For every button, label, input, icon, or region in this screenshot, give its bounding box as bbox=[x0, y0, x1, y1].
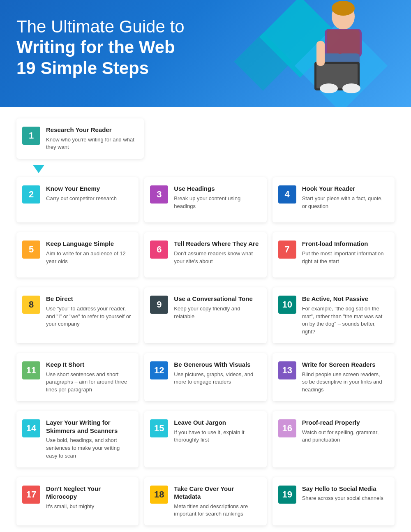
step-desc-7: Put the most important information right… bbox=[302, 250, 387, 266]
step-content-11: Keep It Short Use short sentences and sh… bbox=[46, 361, 131, 394]
steps-row-11-13: 11 Keep It Short Use short sentences and… bbox=[0, 351, 411, 403]
step-card-1: 1 Research Your Reader Know who you're w… bbox=[16, 118, 144, 159]
step-desc-6: Don't assume readers know what your site… bbox=[174, 250, 259, 266]
step-content-15: Leave Out Jargon If you have to use it, … bbox=[174, 419, 259, 444]
svg-point-9 bbox=[320, 83, 338, 93]
step-card-7: 7 Front-load Information Put the most im… bbox=[272, 232, 395, 278]
step-card-18: 18 Take Care Over Your Metadata Meta tit… bbox=[144, 477, 266, 526]
step-title-16: Proof-read Properly bbox=[302, 419, 387, 427]
steps-flex-row-2: 5 Keep Language Simple Aim to write for … bbox=[16, 232, 395, 278]
step-title-14: Layer Your Writing for Skimmers and Scan… bbox=[46, 419, 131, 435]
step-desc-16: Watch out for spelling, grammar, and pun… bbox=[302, 429, 387, 444]
header-title: The Ultimate Guide to Writing for the We… bbox=[16, 16, 222, 79]
steps-flex-row-1: 2 Know Your Enemy Carry out competitor r… bbox=[16, 177, 395, 222]
step1-section: 1 Research Your Reader Know who you're w… bbox=[0, 107, 411, 163]
step-card-3: 3 Use Headings Break up your content usi… bbox=[144, 177, 266, 222]
step-card-11: 11 Keep It Short Use short sentences and… bbox=[16, 353, 139, 401]
step-desc-4: Start your piece with a fact, quote, or … bbox=[302, 195, 387, 210]
header-title-line2: Writing for the Web bbox=[16, 37, 222, 58]
step-desc-1: Know who you're writing for and what the… bbox=[46, 136, 136, 152]
step-card-9: 9 Use a Conversational Tone Keep your co… bbox=[144, 287, 266, 343]
steps-row-5-7: 5 Keep Language Simple Aim to write for … bbox=[0, 230, 411, 280]
step-content-10: Be Active, Not Passive For example, "the… bbox=[302, 295, 387, 336]
step-content-16: Proof-read Properly Watch out for spelli… bbox=[302, 419, 387, 444]
step-badge-7: 7 bbox=[278, 241, 296, 259]
step-content-13: Write for Screen Readers Blind people us… bbox=[302, 361, 387, 394]
step-badge-11: 11 bbox=[22, 361, 40, 379]
spacer-2 bbox=[0, 280, 411, 285]
step-content-12: Be Generous With Visuals Use pictures, g… bbox=[174, 361, 259, 386]
step-content-14: Layer Your Writing for Skimmers and Scan… bbox=[46, 419, 131, 460]
step-desc-8: Use "you" to address your reader, and "I… bbox=[46, 305, 131, 328]
step-title-13: Write for Screen Readers bbox=[302, 361, 387, 369]
step-content-5: Keep Language Simple Aim to write for an… bbox=[46, 240, 131, 265]
step-desc-11: Use short sentences and short paragraphs… bbox=[46, 371, 131, 394]
step-desc-19: Share across your social channels bbox=[302, 495, 387, 502]
step-card-5: 5 Keep Language Simple Aim to write for … bbox=[16, 232, 139, 278]
step-desc-13: Blind people use screen readers, so be d… bbox=[302, 371, 387, 394]
step-title-18: Take Care Over Your Metadata bbox=[174, 485, 259, 501]
step-card-15: 15 Leave Out Jargon If you have to use i… bbox=[144, 411, 266, 467]
step-badge-17: 17 bbox=[22, 486, 40, 504]
step-title-11: Keep It Short bbox=[46, 361, 131, 369]
step-badge-3: 3 bbox=[150, 185, 168, 204]
step-title-17: Don't Neglect Your Microcopy bbox=[46, 485, 131, 501]
step-desc-9: Keep your copy friendly and relatable bbox=[174, 305, 259, 321]
step-content-6: Tell Readers Where They Are Don't assume… bbox=[174, 240, 259, 265]
spacer-5 bbox=[0, 470, 411, 475]
step-card-13: 13 Write for Screen Readers Blind people… bbox=[272, 353, 395, 401]
step-title-7: Front-load Information bbox=[302, 240, 387, 248]
step-desc-12: Use pictures, graphs, videos, and more t… bbox=[174, 371, 259, 386]
step-badge-10: 10 bbox=[278, 296, 296, 314]
steps-flex-row-6: 17 Don't Neglect Your Microcopy It's sma… bbox=[16, 477, 395, 526]
step-content-18: Take Care Over Your Metadata Meta titles… bbox=[174, 485, 259, 518]
step-content-17: Don't Neglect Your Microcopy It's small,… bbox=[46, 485, 131, 511]
step-title-12: Be Generous With Visuals bbox=[174, 361, 259, 369]
step-badge-13: 13 bbox=[278, 361, 296, 379]
spacer-3 bbox=[0, 345, 411, 351]
step-content-7: Front-load Information Put the most impo… bbox=[302, 240, 387, 265]
steps-flex-row-5: 14 Layer Your Writing for Skimmers and S… bbox=[16, 411, 395, 467]
step-desc-18: Meta titles and descriptions are importa… bbox=[174, 503, 259, 518]
step-card-8: 8 Be Direct Use "you" to address your re… bbox=[16, 287, 139, 343]
step-desc-2: Carry out competitor research bbox=[46, 195, 131, 203]
step-title-19: Say Hello to Social Media bbox=[302, 485, 387, 493]
step-badge-1: 1 bbox=[22, 127, 40, 145]
steps-row-17-19: 17 Don't Neglect Your Microcopy It's sma… bbox=[0, 475, 411, 532]
step-badge-18: 18 bbox=[150, 486, 168, 504]
step-card-19: 19 Say Hello to Social Media Share acros… bbox=[272, 477, 395, 526]
step-card-4: 4 Hook Your Reader Start your piece with… bbox=[272, 177, 395, 222]
step-content-8: Be Direct Use "you" to address your read… bbox=[46, 295, 131, 328]
step-card-14: 14 Layer Your Writing for Skimmers and S… bbox=[16, 411, 139, 467]
step-card-17: 17 Don't Neglect Your Microcopy It's sma… bbox=[16, 477, 139, 526]
step-title-4: Hook Your Reader bbox=[302, 185, 387, 193]
spacer-4 bbox=[0, 403, 411, 409]
step-title-5: Keep Language Simple bbox=[46, 240, 131, 248]
step-card-2: 2 Know Your Enemy Carry out competitor r… bbox=[16, 177, 139, 222]
steps-row-14-16: 14 Layer Your Writing for Skimmers and S… bbox=[0, 409, 411, 470]
steps-row-2-4: 2 Know Your Enemy Carry out competitor r… bbox=[0, 175, 411, 224]
svg-rect-8 bbox=[316, 41, 325, 66]
step-desc-5: Aim to write for an audience of 12 year … bbox=[46, 250, 131, 266]
header-title-line3: 19 Simple Steps bbox=[16, 58, 222, 79]
connector-1 bbox=[0, 163, 411, 175]
steps-row-8-10: 8 Be Direct Use "you" to address your re… bbox=[0, 285, 411, 345]
step-title-10: Be Active, Not Passive bbox=[302, 295, 387, 303]
header: The Ultimate Guide to Writing for the We… bbox=[0, 0, 411, 107]
svg-rect-3 bbox=[327, 30, 360, 56]
svg-point-10 bbox=[342, 83, 360, 93]
step-badge-8: 8 bbox=[22, 296, 40, 314]
arrow-down-1 bbox=[33, 165, 44, 173]
step-content-1: Research Your Reader Know who you're wri… bbox=[46, 126, 136, 151]
step-badge-2: 2 bbox=[22, 185, 40, 204]
step-title-3: Use Headings bbox=[174, 185, 259, 193]
step-badge-9: 9 bbox=[150, 296, 168, 314]
step-badge-19: 19 bbox=[278, 486, 296, 504]
step-desc-3: Break up your content using headings bbox=[174, 195, 259, 210]
step-title-8: Be Direct bbox=[46, 295, 131, 303]
step-badge-5: 5 bbox=[22, 241, 40, 259]
step-desc-10: For example, "the dog sat on the mat", r… bbox=[302, 305, 387, 336]
step-card-16: 16 Proof-read Properly Watch out for spe… bbox=[272, 411, 395, 467]
step-content-9: Use a Conversational Tone Keep your copy… bbox=[174, 295, 259, 320]
step-badge-16: 16 bbox=[278, 419, 296, 437]
